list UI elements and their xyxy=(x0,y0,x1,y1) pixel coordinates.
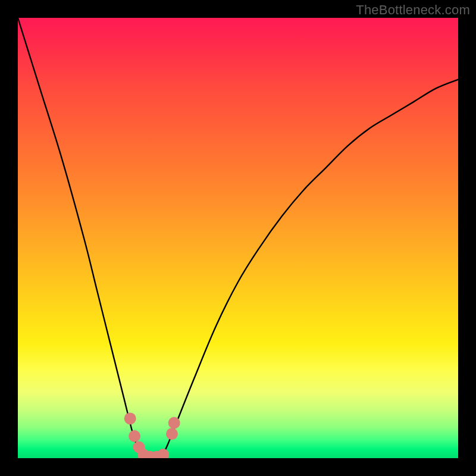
bottleneck-curve xyxy=(18,18,458,458)
highlight-dot xyxy=(157,449,169,458)
chart-frame: TheBottleneck.com xyxy=(0,0,476,476)
curve-layer xyxy=(18,18,458,458)
highlight-dot xyxy=(168,417,180,429)
highlight-dot xyxy=(129,430,140,442)
highlight-dot xyxy=(124,412,136,424)
watermark-label: TheBottleneck.com xyxy=(356,2,470,18)
highlight-dots xyxy=(124,412,180,458)
highlight-dot xyxy=(166,428,178,440)
plot-area xyxy=(18,18,458,458)
